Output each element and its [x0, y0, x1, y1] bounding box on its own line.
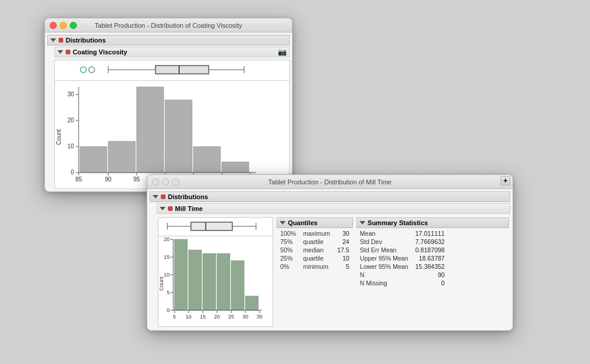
- coating-color-indicator: [66, 50, 70, 54]
- titlebar-1: Tablet Production - Distribution of Coat…: [45, 18, 292, 32]
- boxplot-row-1: [54, 60, 290, 80]
- summary-value-cell: 17.011111: [412, 229, 449, 238]
- collapse-distributions-icon-1: [50, 38, 56, 42]
- summary-row: Std Err Mean 0.8187098: [356, 246, 448, 254]
- minimize-button-1[interactable]: [60, 22, 67, 29]
- summary-value-cell: 15.384352: [412, 262, 449, 271]
- svg-rect-47: [217, 254, 230, 310]
- summary-row: Mean 17.011111: [356, 229, 448, 238]
- svg-text:25: 25: [228, 314, 234, 320]
- distributions-color-2: [161, 194, 166, 199]
- svg-rect-13: [222, 162, 249, 173]
- quantile-row: 100% maximum 30: [277, 229, 353, 238]
- summary-value-cell: 7.7669632: [412, 238, 449, 246]
- mill-color-indicator: [168, 206, 173, 211]
- summary-section: Summary Statistics Mean 17.011111 Std De…: [356, 217, 509, 327]
- distributions-label-1: Distributions: [66, 37, 106, 44]
- window-title-1: Tablet Production - Distribution of Coat…: [95, 22, 242, 29]
- summary-label-cell: Std Err Mean: [356, 246, 412, 254]
- svg-text:15: 15: [164, 254, 170, 260]
- quantile-pct: 100%: [277, 229, 300, 238]
- mill-time-chart-section: Count: [158, 217, 273, 327]
- svg-point-0: [80, 67, 86, 73]
- collapse-distributions-icon-2: [153, 195, 158, 199]
- quantile-label: minimum: [300, 262, 334, 271]
- svg-text:20: 20: [67, 117, 74, 124]
- distributions-header-2[interactable]: Distributions +: [150, 191, 510, 202]
- summary-value-cell: 18.63787: [412, 254, 449, 262]
- quantile-row: 50% median 17.5: [277, 246, 353, 254]
- quantiles-header[interactable]: Quantiles: [277, 217, 353, 228]
- boxplot-svg-1: [79, 61, 280, 78]
- quantile-label: maximum: [300, 229, 334, 238]
- collapse-mill-icon: [160, 207, 166, 210]
- coating-viscosity-header[interactable]: Coating Viscosity 📷: [54, 47, 290, 57]
- distributions-header-1[interactable]: Distributions: [47, 35, 290, 46]
- distributions-color-1: [59, 38, 63, 43]
- svg-text:5: 5: [173, 314, 176, 320]
- quantiles-section: Quantiles 100% maximum 30 75% quartile 2…: [277, 217, 353, 327]
- summary-header[interactable]: Summary Statistics: [356, 217, 509, 228]
- svg-rect-45: [189, 250, 202, 310]
- summary-value-cell: 0.8187098: [412, 246, 449, 254]
- summary-value-cell: 90: [412, 271, 449, 279]
- summary-row: N Missing 0: [356, 279, 448, 287]
- maximize-button-1[interactable]: [70, 22, 77, 29]
- coating-viscosity-label: Coating Viscosity: [73, 48, 127, 56]
- quantile-value: 17.5: [333, 246, 352, 254]
- histogram-svg-1: Count: [55, 81, 274, 187]
- summary-label-cell: Lower 95% Mean: [356, 262, 412, 271]
- summary-table: Mean 17.011111 Std Dev 7.7669632 Std Err…: [356, 229, 448, 287]
- maximize-button-2[interactable]: [172, 178, 179, 186]
- traffic-lights-1: [50, 22, 77, 29]
- mill-time-header[interactable]: Mill Time: [157, 203, 510, 214]
- svg-text:Count: Count: [158, 277, 164, 291]
- svg-rect-46: [203, 254, 216, 310]
- add-button-2[interactable]: +: [501, 176, 510, 186]
- svg-rect-39: [191, 222, 232, 230]
- svg-rect-12: [193, 147, 221, 173]
- svg-text:0: 0: [70, 169, 74, 176]
- quantile-label: quartile: [300, 238, 334, 246]
- summary-label-cell: Std Dev: [356, 238, 412, 246]
- close-button-1[interactable]: [50, 22, 57, 29]
- minimize-button-2[interactable]: [162, 178, 169, 186]
- mill-time-label: Mill Time: [175, 205, 203, 212]
- svg-text:85: 85: [75, 176, 82, 183]
- svg-rect-10: [137, 87, 164, 173]
- svg-text:10: 10: [67, 143, 74, 150]
- quantile-row: 75% quartile 24: [277, 238, 353, 246]
- svg-text:5: 5: [167, 290, 170, 295]
- summary-row: Lower 95% Mean 15.384352: [356, 262, 448, 271]
- svg-rect-3: [155, 66, 209, 74]
- close-button-2[interactable]: [152, 178, 159, 186]
- quantile-value: 5: [333, 262, 352, 271]
- mill-boxplot-svg: [158, 218, 268, 235]
- svg-text:90: 90: [105, 176, 112, 183]
- svg-point-1: [89, 67, 95, 73]
- svg-rect-8: [80, 147, 107, 173]
- window-title-2: Tablet Production - Distribution of Mill…: [268, 178, 391, 186]
- quantile-pct: 25%: [277, 254, 300, 262]
- quantile-pct: 50%: [277, 246, 300, 254]
- svg-text:30: 30: [67, 91, 74, 98]
- svg-text:10: 10: [164, 272, 170, 278]
- quantile-value: 24: [333, 238, 352, 246]
- svg-text:15: 15: [200, 314, 206, 320]
- svg-text:95: 95: [133, 176, 140, 183]
- mill-boxplot-row: [158, 217, 273, 236]
- mill-histogram-svg: Count: [158, 236, 268, 325]
- svg-rect-48: [231, 261, 244, 310]
- window-mill-time: Tablet Production - Distribution of Mill…: [147, 174, 513, 331]
- window-content-2: Distributions + Mill Time: [147, 189, 513, 330]
- summary-row: Std Dev 7.7669632: [356, 238, 448, 246]
- quantile-value: 30: [333, 229, 352, 238]
- svg-rect-9: [108, 141, 135, 173]
- svg-text:30: 30: [242, 314, 248, 320]
- coating-viscosity-section: Coating Viscosity 📷: [54, 47, 290, 189]
- mill-time-lower-panel: Count: [157, 216, 510, 328]
- histogram-area-1: Count: [54, 80, 290, 189]
- summary-label-cell: Mean: [356, 229, 412, 238]
- camera-icon-1[interactable]: 📷: [278, 48, 287, 56]
- quantile-label: median: [300, 246, 334, 254]
